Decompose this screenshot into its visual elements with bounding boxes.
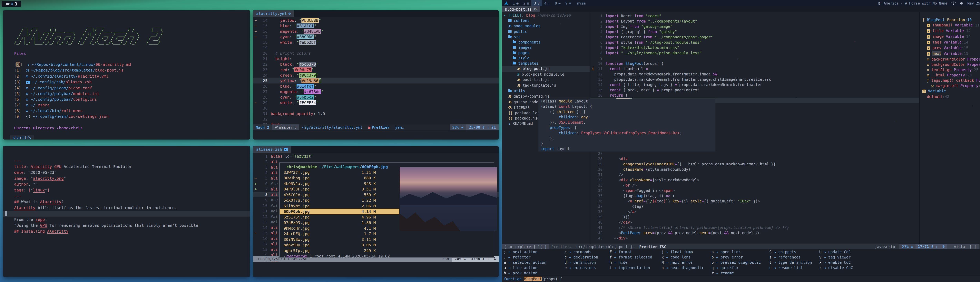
date-display[interactable]: May 25, 2020 <box>967 1 980 5</box>
whichkey-item[interactable]: F → format <box>609 249 662 255</box>
file-picker-float[interactable]: chris@machine ~/Pics/wallpapers/6QbF0pb.… <box>279 163 494 258</box>
doc-line[interactable]: title: Alacritty GPU Accelerated Termina… <box>3 164 250 169</box>
phone-icon[interactable] <box>15 2 17 5</box>
doc-line[interactable]: ## What is Alacritty? <box>3 199 250 205</box>
popup-line[interactable]: }; <box>541 135 715 141</box>
code-line[interactable]: 43 </div> <box>590 236 919 241</box>
popup-line[interactable]: }): JSX.Element; <box>541 120 715 125</box>
whichkey-item[interactable]: e → extensions <box>565 265 609 271</box>
wifi-icon[interactable] <box>951 2 956 5</box>
doc-line[interactable]: date: "2020-05-23" <box>3 169 250 175</box>
tree-row[interactable]: images <box>504 45 590 50</box>
code-line[interactable]: 39 ))} <box>590 214 919 220</box>
markdown-buffer[interactable]: ---title: Alacritty GPU Accelerated Term… <box>3 146 250 234</box>
doc-line[interactable]: tags: ["linux"] <box>3 187 250 193</box>
tab-blog-post-js[interactable]: blog-post.js JS <box>502 6 539 12</box>
popup-line[interactable]: } <box>541 141 715 146</box>
whichkey-item[interactable]: q → quickfix <box>711 265 769 271</box>
markdown-document-window[interactable]: ---title: Alacritty GPU Accelerated Term… <box>3 146 250 277</box>
doc-line[interactable]: author: "" <box>3 181 250 187</box>
code-line[interactable]: 8import "../style/themes/prism-darcula.l… <box>590 50 919 56</box>
symbol-row[interactable]: x tags Variable:14 <box>923 40 980 45</box>
code-line[interactable]: 13 props.data.markdownRemark.frontmatter… <box>590 77 919 82</box>
code-line[interactable]: 5import PostPager from "../components/po… <box>590 35 919 40</box>
alacritty-yml-buffer[interactable]: ~14 yellow: "#EBCB8B"~15 blue: "#81A1C1"… <box>253 17 499 127</box>
tree-row[interactable]: JS post-list.js <box>504 77 590 83</box>
whichkey-item[interactable]: h → hide <box>609 260 662 265</box>
whichkey-item[interactable]: f → format selected <box>609 255 662 260</box>
whichkey-item[interactable]: t → type definition <box>769 260 819 265</box>
whichkey-item[interactable]: d → definition <box>565 260 609 265</box>
code-line[interactable]: ~29 white: "#ECEFF4" <box>253 100 499 105</box>
tree-row[interactable]: public <box>504 29 590 34</box>
tree-row[interactable]: JS blog-post.js <box>502 66 590 72</box>
tree-row[interactable]: JS node_modules <box>504 23 590 29</box>
tree-row[interactable]: utils <box>504 88 590 94</box>
tree-row[interactable]: ▾ [FILE]: blog /home/chris/Rep <box>504 13 590 18</box>
code-line[interactable]: 42 <PostPager prev={prev && prev.node} n… <box>590 230 919 236</box>
whichkey-item[interactable]: a → selected action <box>504 260 565 265</box>
symbol-row[interactable]: x thumbnail Variable:11 <box>923 22 980 28</box>
startify-entry[interactable]: [6] ⚙ ~/.config/polybar/config.ini <box>14 97 250 102</box>
popup-line[interactable]: children: any; <box>541 115 715 120</box>
doc-line[interactable]: ## Installing Alacritty <box>3 228 250 234</box>
code-line[interactable]: 37 {tag} <box>590 204 919 209</box>
code-line[interactable]: 31 /> <box>590 172 919 177</box>
code-line[interactable]: 1alias lg='lazygit' <box>253 153 499 159</box>
code-line[interactable]: 28 cyan: "#56b6c2" <box>253 94 499 100</box>
whichkey-item[interactable]: j → float jump <box>662 249 711 255</box>
tab-alacritty-yml[interactable]: alacritty.yml ⚙ <box>253 10 294 17</box>
symbol-row[interactable]: x prev Variable:15 <box>923 45 980 51</box>
symbol-outline-panel[interactable]: ƒ BlogPost Function:10 x thumbnail Varia… <box>920 12 980 244</box>
startify-entry[interactable]: [4] ⚙ ~/.config/picom/picom.conf <box>14 85 250 91</box>
code-line[interactable]: 27 magenta: "#c678dd" <box>253 89 499 94</box>
code-line[interactable]: 6import style from "./blog-post.module.l… <box>590 40 919 45</box>
code-line[interactable]: 15 const { prev, next } = props.pageCont… <box>590 88 919 93</box>
code-line[interactable]: 27 <box>590 151 919 156</box>
tree-row[interactable]: content <box>504 18 590 23</box>
code-line[interactable]: 28 <div <box>590 156 919 161</box>
doc-line[interactable]: "Using the GPU for rendering enables opt… <box>3 222 250 228</box>
whichkey-item[interactable]: u → resume list <box>769 265 819 271</box>
code-line[interactable]: 41 {/* <Share title={title} url={url} pa… <box>590 225 919 230</box>
doc-line[interactable]: image: "alacritty.png" <box>3 175 250 181</box>
code-line[interactable]: 21 bright: <box>253 56 499 62</box>
popup-line[interactable]: propTypes: { <box>541 125 715 130</box>
code-line[interactable]: 38 </a> <box>590 209 919 214</box>
code-line[interactable]: 12 props.data.markdownRemark.frontmatter… <box>590 72 919 77</box>
code-line[interactable]: 23 red: "#e06c75" <box>253 67 499 73</box>
workspace-2[interactable]: 2▤ <box>521 0 531 6</box>
code-line[interactable]: 32 <box>253 116 499 122</box>
symbol-row[interactable]: ƒ tags.map() callback Functi <box>923 78 980 83</box>
file-list-item[interactable]: ad6v9Oy.jpg3.05 M <box>280 242 494 248</box>
code-line[interactable]: ~17 cyan: "#88C0D0" <box>253 34 499 40</box>
camera-icon[interactable] <box>6 3 9 5</box>
whichkey-item[interactable]: r → rename <box>711 271 769 276</box>
code-line[interactable]: 34 <span>Tagged in </span> <box>590 188 919 193</box>
symbol-row[interactable]: ⚙ textAlign Property:25 <box>923 67 980 73</box>
whichkey-item[interactable]: c → commands <box>565 249 609 255</box>
popup-line[interactable]: (alias) const Layout: { <box>541 104 715 109</box>
now-playing[interactable]: America - A Horse with No Name <box>884 1 947 5</box>
tree-row[interactable]: templates <box>504 61 590 66</box>
code-line[interactable]: i11 const thumbnail = <box>590 66 919 72</box>
whichkey-item[interactable]: , → refactor <box>504 255 565 260</box>
tree-row[interactable]: style <box>504 56 590 61</box>
doc-line[interactable]: Alacritty bills itself as the fastest te… <box>3 205 250 211</box>
popup-line[interactable]: children: PropTypes.Validator<PropTypes.… <box>541 130 715 135</box>
symbol-row[interactable]: x Variable <box>923 88 980 94</box>
code-line[interactable]: 7import "katex/dist/katex.min.css" <box>590 45 919 50</box>
startify-entry[interactable]: [3] >_ ~/.config/zsh/aliases.zsh <box>14 79 250 85</box>
code-line[interactable]: ~14 yellow: "#EBCB8B" <box>253 18 499 23</box>
whichkey-item[interactable]: N → next error <box>662 260 711 265</box>
whichkey-item[interactable]: p → preview diagnostic <box>711 260 769 265</box>
whichkey-item[interactable]: o → open link <box>711 249 769 255</box>
code-line[interactable]: 19 <box>253 45 499 51</box>
whichkey-item[interactable]: n → next diagnostic <box>662 265 711 271</box>
doc-line[interactable] <box>3 211 250 217</box>
tree-row[interactable]: src <box>504 34 590 40</box>
code-line[interactable]: ~15 blue: "#81A1C1" <box>253 23 499 29</box>
code-line[interactable]: ~16 magenta: "#B48EAD" <box>253 29 499 34</box>
aliases-zsh-window[interactable]: aliases.zsh >_ 1alias lg='lazygit'2ali3a… <box>253 146 499 277</box>
startify-entry[interactable]: [5] ⚙ ~/.config/polybar/modules.ini <box>14 91 250 97</box>
